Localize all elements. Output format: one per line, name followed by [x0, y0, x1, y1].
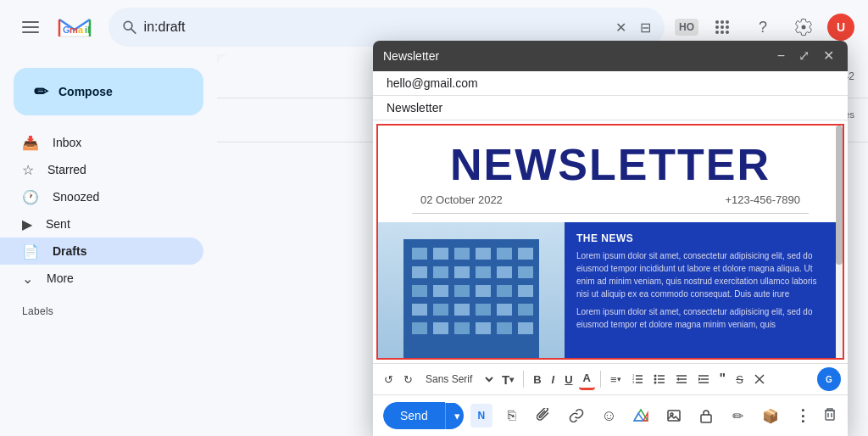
sidebar-item-label: Inbox: [53, 136, 81, 149]
dropbox-icon[interactable]: 📦: [758, 402, 783, 429]
align-button[interactable]: ≡▾: [606, 370, 626, 389]
sidebar-item-label: Drafts: [53, 244, 86, 258]
redo-button[interactable]: ↻: [399, 370, 417, 389]
compose-label: Compose: [58, 85, 113, 98]
svg-rect-0: [22, 21, 39, 23]
bulleted-list-button[interactable]: [649, 370, 670, 388]
snoozed-icon: 🕐: [22, 189, 39, 205]
compose-subject-row: Newsletter: [373, 96, 848, 120]
undo-button[interactable]: ↺: [380, 370, 398, 389]
sidebar-item-starred[interactable]: ☆ Starred: [0, 156, 203, 183]
google-apps-icon[interactable]: [705, 10, 739, 44]
attach-file-icon[interactable]: [531, 402, 557, 429]
svg-rect-25: [518, 248, 533, 260]
settings-icon[interactable]: [787, 10, 821, 44]
svg-rect-40: [454, 304, 470, 316]
drive-icon[interactable]: [628, 402, 654, 429]
topbar-right-icons: HO ? U: [675, 10, 854, 44]
newsletter-section-title: THE NEWS: [576, 232, 831, 244]
send-button-group: Send ▾: [383, 402, 464, 429]
sidebar-item-snoozed[interactable]: 🕐 Snoozed: [0, 183, 203, 210]
minimize-button[interactable]: −: [774, 48, 788, 64]
newsletter-date: 02 October 2022: [420, 193, 503, 206]
svg-point-9: [715, 20, 719, 24]
maximize-button[interactable]: ⤢: [795, 48, 813, 64]
svg-point-16: [721, 31, 724, 34]
sidebar-item-label: Sent: [46, 217, 70, 231]
svg-marker-74: [634, 410, 648, 421]
pencil-icon[interactable]: ✏: [726, 402, 751, 429]
scrollbar[interactable]: [836, 126, 843, 358]
n-extension-icon[interactable]: N: [470, 404, 492, 428]
hamburger-menu-button[interactable]: [14, 10, 47, 44]
bold-button[interactable]: B: [529, 370, 545, 389]
svg-point-13: [721, 25, 724, 29]
compose-body[interactable]: NEWSLETTER 02 October 2022 +123-456-7890: [376, 124, 844, 360]
delete-compose-button[interactable]: [822, 406, 837, 426]
svg-rect-26: [412, 266, 427, 278]
sent-icon: ▶: [22, 216, 32, 232]
numbered-list-button[interactable]: 1 2 3: [627, 370, 648, 388]
drafts-icon: 📄: [22, 243, 39, 260]
filter-search-icon[interactable]: ⊟: [640, 20, 651, 36]
link-icon[interactable]: [564, 402, 589, 429]
svg-point-15: [715, 31, 719, 34]
more-options-icon[interactable]: ⋮: [790, 402, 815, 429]
svg-rect-43: [518, 304, 533, 316]
svg-marker-65: [676, 377, 679, 381]
clear-search-icon[interactable]: ✕: [615, 20, 626, 36]
decrease-indent-button[interactable]: [671, 370, 692, 388]
svg-point-56: [654, 375, 656, 377]
user-avatar[interactable]: U: [827, 14, 854, 41]
sidebar-item-label: Snoozed: [53, 190, 99, 204]
help-icon[interactable]: ?: [746, 10, 780, 44]
svg-rect-38: [412, 304, 427, 316]
svg-point-17: [726, 31, 729, 34]
underline-button[interactable]: U: [560, 370, 576, 389]
compose-button[interactable]: ✏ Compose: [14, 68, 203, 115]
newsletter-phone: +123-456-7890: [725, 193, 800, 206]
strikethrough-button[interactable]: S: [732, 370, 748, 389]
newsletter-header: NEWSLETTER 02 October 2022 +123-456-7890: [378, 126, 843, 222]
sidebar-more-button[interactable]: ⌄ More: [0, 265, 217, 292]
svg-rect-45: [433, 322, 448, 334]
font-color-button[interactable]: A: [579, 368, 595, 390]
search-input[interactable]: [144, 20, 609, 35]
remove-format-button[interactable]: [749, 370, 770, 388]
svg-rect-1: [22, 26, 39, 28]
svg-point-11: [726, 20, 729, 24]
sidebar-labels-heading: Labels: [0, 292, 217, 321]
compose-to-value[interactable]: hello@gmail.com: [387, 76, 478, 90]
sidebar-item-sent[interactable]: ▶ Sent: [0, 210, 203, 238]
toolbar-user-avatar[interactable]: G: [817, 367, 841, 391]
svg-rect-44: [412, 322, 427, 334]
compose-to-row: hello@gmail.com: [373, 71, 848, 96]
sidebar-item-inbox[interactable]: 📥 Inbox: [0, 129, 203, 156]
font-size-button[interactable]: T▾: [498, 369, 518, 390]
newsletter-title: NEWSLETTER: [412, 143, 809, 187]
send-button[interactable]: Send: [383, 402, 445, 429]
send-dropdown-button[interactable]: ▾: [445, 403, 464, 429]
copy-icon[interactable]: ⎘: [499, 402, 525, 429]
scrollbar-thumb[interactable]: [836, 126, 843, 265]
svg-rect-46: [454, 322, 470, 334]
compose-subject-value[interactable]: Newsletter: [387, 101, 442, 115]
lock-icon[interactable]: [693, 402, 719, 429]
italic-button[interactable]: I: [548, 370, 559, 389]
svg-text:G: G: [826, 375, 832, 384]
close-button[interactable]: ✕: [820, 48, 837, 64]
emoji-icon[interactable]: ☺: [596, 402, 621, 429]
svg-rect-28: [454, 266, 470, 278]
sidebar-item-label: Starred: [47, 163, 86, 176]
svg-point-14: [726, 25, 729, 29]
blockquote-button[interactable]: ": [715, 368, 731, 390]
class-icon[interactable]: HO: [675, 19, 698, 36]
photo-icon[interactable]: [661, 402, 687, 429]
svg-rect-42: [497, 304, 512, 316]
svg-rect-32: [412, 285, 427, 297]
sidebar-item-drafts[interactable]: 📄 Drafts: [0, 238, 203, 265]
newsletter-body: THE NEWS Lorem ipsum dolor sit amet, con…: [378, 222, 843, 358]
increase-indent-button[interactable]: [693, 370, 714, 388]
toolbar-separator: [523, 371, 524, 388]
font-family-select[interactable]: Sans Serif Serif Monospace: [419, 371, 496, 388]
